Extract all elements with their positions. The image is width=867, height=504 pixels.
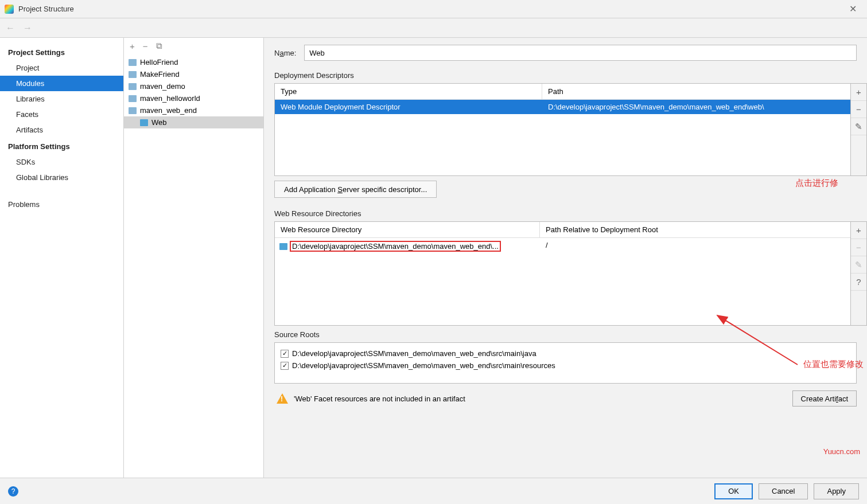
table-row[interactable]: D:\develop\javaproject\SSM\maven_demo\ma… bbox=[275, 238, 850, 255]
cancel-button[interactable]: Cancel bbox=[759, 483, 808, 499]
warning-icon bbox=[277, 393, 288, 404]
folder-icon bbox=[129, 95, 137, 102]
app-icon bbox=[5, 5, 14, 14]
sidebar-item-project[interactable]: Project bbox=[0, 60, 123, 76]
web-facet-icon bbox=[140, 119, 148, 126]
checkbox-icon[interactable]: ✓ bbox=[281, 362, 289, 370]
add-server-descriptor-button[interactable]: Add Application Server specific descript… bbox=[274, 181, 437, 198]
col-relative-path: Path Relative to Deployment Root bbox=[540, 222, 850, 237]
add-icon[interactable]: + bbox=[851, 222, 866, 239]
edit-icon[interactable]: ✎ bbox=[851, 118, 866, 135]
sidebar-item-facets[interactable]: Facets bbox=[0, 107, 123, 122]
edit-icon[interactable]: ✎ bbox=[851, 256, 866, 274]
deploy-side-buttons: + − ✎ bbox=[851, 83, 867, 176]
sidebar-item-sdks[interactable]: SDKs bbox=[0, 154, 123, 170]
web-resource-table[interactable]: Web Resource Directory Path Relative to … bbox=[274, 221, 851, 326]
folder-icon bbox=[129, 107, 137, 114]
source-roots-label: Source Roots bbox=[274, 330, 867, 339]
col-type: Type bbox=[275, 84, 542, 99]
warning-row: 'Web' Facet resources are not included i… bbox=[274, 384, 867, 407]
highlighted-path: D:\develop\javaproject\SSM\maven_demo\ma… bbox=[290, 241, 501, 252]
titlebar: Project Structure ✕ bbox=[0, 0, 867, 18]
folder-icon bbox=[129, 83, 137, 90]
remove-icon[interactable]: − bbox=[143, 41, 148, 51]
back-icon[interactable]: ← bbox=[6, 23, 15, 33]
module-tree: HelloFriend MakeFriend maven_demo maven_… bbox=[124, 54, 263, 131]
sidebar-item-modules[interactable]: Modules bbox=[0, 76, 123, 91]
webres-side-buttons: + − ✎ ? bbox=[851, 221, 867, 326]
forward-icon[interactable]: → bbox=[23, 23, 32, 33]
tree-item[interactable]: maven_demo bbox=[124, 80, 263, 92]
sidebar-item-artifacts[interactable]: Artifacts bbox=[0, 122, 123, 138]
sidebar: Project Settings Project Modules Librari… bbox=[0, 38, 124, 478]
warning-text: 'Web' Facet resources are not included i… bbox=[294, 394, 465, 403]
remove-icon[interactable]: − bbox=[851, 239, 866, 256]
col-path: Path bbox=[542, 84, 850, 99]
module-tree-panel: + − ⧉ HelloFriend MakeFriend maven_demo … bbox=[124, 38, 264, 478]
section-platform-settings: Platform Settings bbox=[0, 138, 123, 154]
checkbox-icon[interactable]: ✓ bbox=[281, 350, 289, 358]
sidebar-item-libraries[interactable]: Libraries bbox=[0, 91, 123, 107]
section-project-settings: Project Settings bbox=[0, 44, 123, 60]
tree-item[interactable]: maven_helloworld bbox=[124, 92, 263, 104]
table-row[interactable]: Web Module Deployment Descriptor D:\deve… bbox=[275, 100, 850, 114]
sidebar-item-global-libraries[interactable]: Global Libraries bbox=[0, 170, 123, 185]
module-toolbar: + − ⧉ bbox=[124, 38, 263, 54]
content-panel: Name: Deployment Descriptors Type Path W… bbox=[264, 38, 867, 478]
help-icon[interactable]: ? bbox=[8, 486, 18, 497]
source-roots-panel: ✓ D:\develop\javaproject\SSM\maven_demo\… bbox=[274, 342, 857, 384]
window-title: Project Structure bbox=[18, 5, 74, 13]
sidebar-item-problems[interactable]: Problems bbox=[0, 197, 123, 212]
help-icon[interactable]: ? bbox=[851, 274, 866, 291]
remove-icon[interactable]: − bbox=[851, 101, 866, 118]
deployment-descriptors-label: Deployment Descriptors bbox=[274, 71, 867, 80]
watermark: Yuucn.com bbox=[823, 447, 860, 456]
footer: ? OK Cancel Apply bbox=[0, 478, 867, 504]
name-input[interactable] bbox=[304, 45, 857, 61]
source-root-row[interactable]: ✓ D:\develop\javaproject\SSM\maven_demo\… bbox=[281, 347, 850, 360]
ok-button[interactable]: OK bbox=[714, 483, 753, 499]
deployment-table[interactable]: Type Path Web Module Deployment Descript… bbox=[274, 83, 851, 176]
folder-icon bbox=[129, 59, 137, 66]
folder-icon bbox=[279, 243, 287, 250]
copy-icon[interactable]: ⧉ bbox=[156, 41, 162, 51]
tree-item[interactable]: MakeFriend bbox=[124, 68, 263, 80]
annotation-text-2: 位置也需要修改 bbox=[803, 359, 864, 370]
source-root-row[interactable]: ✓ D:\develop\javaproject\SSM\maven_demo\… bbox=[281, 360, 850, 372]
create-artifact-button[interactable]: Create Artifact bbox=[792, 390, 857, 407]
folder-icon bbox=[129, 71, 137, 78]
apply-button[interactable]: Apply bbox=[814, 483, 859, 499]
web-resource-dirs-label: Web Resource Directories bbox=[274, 209, 867, 218]
tree-item[interactable]: HelloFriend bbox=[124, 56, 263, 68]
nav-toolbar: ← → bbox=[0, 18, 867, 38]
tree-item-web[interactable]: Web bbox=[124, 116, 263, 128]
add-icon[interactable]: + bbox=[130, 41, 135, 51]
annotation-text-1: 点击进行修 bbox=[795, 178, 838, 189]
tree-item[interactable]: maven_web_end bbox=[124, 104, 263, 116]
add-icon[interactable]: + bbox=[851, 84, 866, 101]
col-resource-dir: Web Resource Directory bbox=[275, 222, 540, 237]
close-icon[interactable]: ✕ bbox=[843, 3, 862, 14]
name-label: Name: bbox=[274, 49, 296, 57]
